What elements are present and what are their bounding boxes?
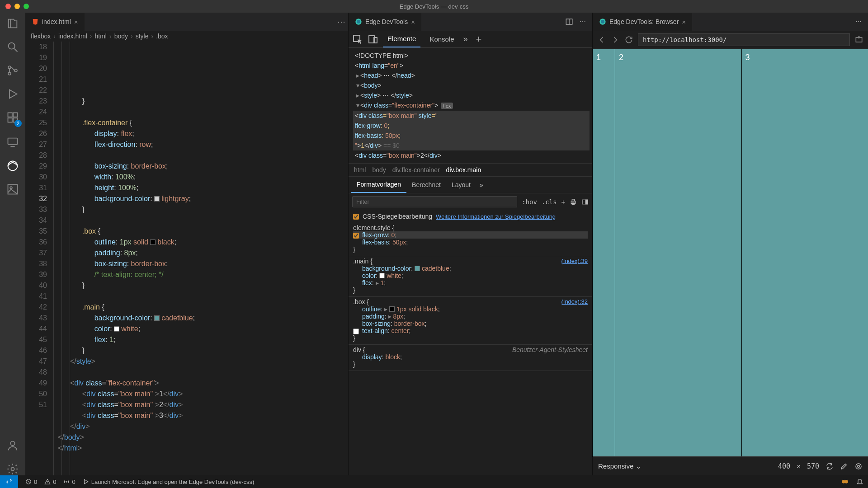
responsive-select[interactable]: Responsive ⌄ [598, 462, 642, 470]
dom-node[interactable]: <!DOCTYPE html> [353, 51, 590, 61]
browser-viewport[interactable]: 123 [593, 49, 868, 456]
add-tab-icon[interactable]: + [476, 33, 482, 45]
dock-icon[interactable] [581, 198, 589, 206]
edge-devtools-icon[interactable] [6, 160, 19, 172]
problems-errors[interactable]: 0 [25, 479, 37, 485]
more-styles-tabs-icon[interactable]: » [480, 181, 483, 188]
more-tabs-icon[interactable]: » [463, 34, 468, 44]
source-control-icon[interactable] [6, 64, 19, 77]
toggle-cls[interactable]: .cls [542, 198, 557, 206]
close-icon[interactable]: × [74, 18, 78, 26]
svg-point-15 [11, 468, 14, 471]
more-actions-icon[interactable]: ⋯ [855, 18, 862, 25]
breadcrumb-item[interactable]: .box [156, 33, 168, 40]
css-rule[interactable]: div {Benutzer-Agent-Stylesheetdisplay: b… [349, 345, 592, 371]
reload-icon[interactable] [624, 35, 633, 44]
print-icon[interactable] [570, 198, 577, 206]
close-icon[interactable]: × [411, 18, 415, 26]
tab-edge-browser[interactable]: Edge DevTools: Browser × [593, 13, 692, 31]
layout-tab[interactable]: Layout [446, 177, 476, 193]
dom-breadcrumb-item[interactable]: html [354, 166, 366, 174]
svg-rect-9 [8, 138, 18, 145]
dom-breadcrumb-item[interactable]: body [372, 166, 386, 174]
rule-toggle[interactable] [353, 233, 359, 239]
console-tab[interactable]: Konsole [425, 31, 458, 47]
dom-node[interactable]: flex-grow: 0; [353, 121, 590, 131]
remote-explorer-icon[interactable] [6, 136, 19, 149]
close-window[interactable] [5, 4, 11, 9]
zoom-window[interactable] [24, 4, 29, 9]
css-mirror-checkbox[interactable] [353, 214, 359, 220]
styles-tab[interactable]: Formatvorlagen [351, 177, 406, 193]
split-editor-icon[interactable] [565, 18, 573, 26]
breadcrumb-item[interactable]: body [114, 33, 128, 40]
breadcrumb-item[interactable]: style [136, 33, 149, 40]
dom-node[interactable]: <div class="box main">2</div> [353, 150, 590, 160]
toggle-hov[interactable]: :hov [522, 198, 537, 206]
style-rules[interactable]: element.style {flex-grow: 0;flex-basis: … [349, 223, 592, 475]
breadcrumbs[interactable]: flexbox›index.html›html›body›style›.box [25, 31, 348, 42]
open-external-icon[interactable] [854, 35, 863, 44]
edit-icon[interactable] [840, 462, 848, 470]
elements-tab[interactable]: Elemente [383, 31, 420, 47]
dom-node[interactable]: ▸<head> ⋯ </head> [353, 70, 590, 80]
extensions-icon[interactable]: 2 [6, 111, 19, 125]
launch-task[interactable]: Launch Microsoft Edge and open the Edge … [83, 479, 255, 485]
viewport-height[interactable]: 570 [807, 462, 819, 470]
minimize-window[interactable] [14, 4, 20, 9]
run-debug-icon[interactable] [6, 88, 19, 100]
code-body[interactable]: } .flex-container { display: flex; flex-… [53, 42, 348, 475]
dom-node[interactable]: <div class="box main" style=" [353, 111, 590, 121]
css-mirror-link[interactable]: Weitere Informationen zur Spiegelbearbei… [436, 213, 556, 220]
code-editor[interactable]: 1819202122232425262728293031323334353637… [25, 42, 348, 475]
rotate-icon[interactable] [826, 462, 834, 470]
svg-point-17 [357, 20, 360, 23]
breadcrumb-item[interactable]: index.html [58, 33, 87, 40]
remote-indicator[interactable] [0, 475, 18, 488]
viewport-width[interactable]: 400 [778, 462, 790, 470]
computed-tab[interactable]: Berechnet [406, 177, 446, 193]
css-rule[interactable]: .main {(Index):39background-color: cadet… [349, 256, 592, 297]
dom-node[interactable]: <html lang="en"> [353, 61, 590, 70]
breadcrumb-item[interactable]: flexbox [31, 33, 51, 40]
css-rule[interactable]: .box {(Index):32outline: ▸ 1px solid bla… [349, 297, 592, 345]
dom-node[interactable]: ">1</div> == $0 [353, 141, 590, 150]
rule-toggle[interactable] [353, 328, 359, 334]
styles-filter-input[interactable] [352, 196, 517, 207]
tab-index-html[interactable]: index.html × [25, 13, 85, 31]
css-rule[interactable]: element.style {flex-grow: 0;flex-basis: … [349, 223, 592, 256]
dom-node[interactable]: flex-basis: 50px; [353, 131, 590, 141]
breadcrumb-item[interactable]: html [95, 33, 107, 40]
dom-tree[interactable]: <!DOCTYPE html><html lang="en">▸<head> ⋯… [349, 48, 592, 163]
more-actions-icon[interactable]: ⋯ [337, 17, 345, 27]
port-forward[interactable]: 0 [63, 479, 75, 485]
explorer-icon[interactable] [6, 17, 19, 30]
svg-point-32 [858, 465, 860, 467]
dom-node[interactable]: ▾<div class="flex-container">flex [353, 100, 590, 111]
forward-icon[interactable] [611, 35, 620, 44]
dom-node[interactable]: ▸<style> ⋯ </style> [353, 90, 590, 100]
close-dim-icon[interactable]: × [797, 462, 801, 470]
device-toolbar-icon[interactable] [368, 34, 378, 45]
problems-warnings[interactable]: 0 [44, 479, 56, 485]
url-bar[interactable]: http://localhost:3000/ [638, 33, 850, 46]
image-preview-icon[interactable] [6, 183, 19, 196]
rule-source-link[interactable]: (Index):32 [561, 298, 588, 305]
more-actions-icon[interactable]: ⋯ [580, 18, 586, 25]
tab-edge-devtools[interactable]: Edge DevTools × [349, 13, 421, 31]
rule-source-link[interactable]: (Index):39 [561, 258, 588, 264]
search-icon[interactable] [6, 41, 19, 53]
dom-node[interactable]: ▾<body> [353, 80, 590, 90]
new-style-rule-icon[interactable]: + [561, 198, 565, 206]
dom-breadcrumb-item[interactable]: div.box.main [446, 166, 481, 174]
close-icon[interactable]: × [682, 18, 686, 26]
bell-icon[interactable] [856, 478, 863, 485]
settings-gear-icon[interactable] [6, 463, 19, 475]
inspect-element-icon[interactable] [352, 34, 363, 45]
dom-breadcrumb-item[interactable]: div.flex-container [392, 166, 440, 174]
target-icon[interactable] [854, 462, 863, 470]
accounts-icon[interactable] [6, 439, 19, 452]
dom-breadcrumb[interactable]: htmlbodydiv.flex-containerdiv.box.main [349, 163, 592, 176]
back-icon[interactable] [597, 35, 606, 44]
copilot-icon[interactable] [841, 478, 849, 486]
